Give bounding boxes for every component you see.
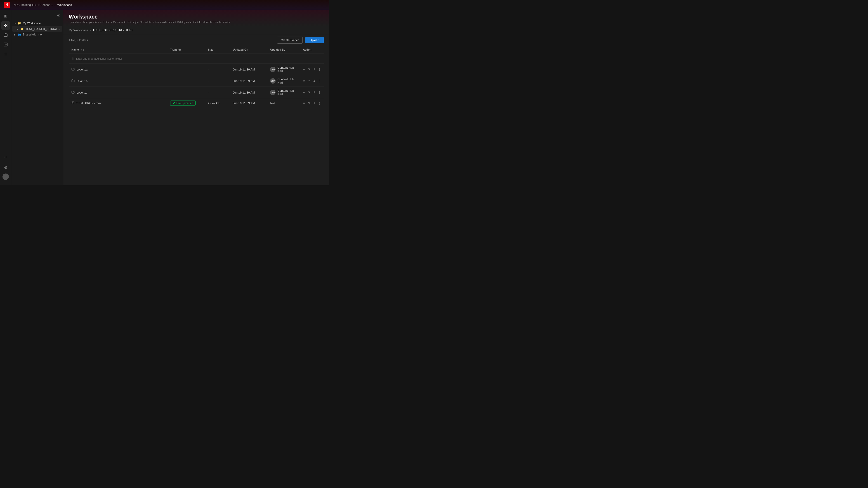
download-icon[interactable]: ⬇: [313, 91, 315, 94]
drag-drop-cell: ⬆ Drag and drop additional files or fold…: [71, 57, 321, 61]
drag-drop-text: Drag and drop additional files or folder: [76, 57, 122, 60]
upload-button[interactable]: Upload: [305, 37, 324, 43]
download-icon[interactable]: ⬇: [313, 79, 315, 83]
more-icon[interactable]: ⋮: [318, 91, 321, 94]
tree-item-label: My Workspace: [23, 22, 41, 25]
svg-rect-4: [4, 34, 7, 37]
col-header-updated-on: Updated On: [230, 46, 268, 54]
rename-icon[interactable]: ✏: [303, 68, 306, 71]
name-cell: TEST_PROXY.mov: [71, 101, 165, 105]
main-layout: ⊞: [0, 10, 329, 185]
action-icons: ✏ ↷ ⬇ ⋮: [303, 68, 321, 71]
sidebar-item-list[interactable]: [1, 50, 10, 58]
svg-point-11: [4, 54, 4, 54]
sidebar-item-grid[interactable]: ⊞: [1, 12, 10, 20]
file-name[interactable]: Level 1a: [76, 68, 88, 71]
user-badge: CHK Content Hub Karl: [270, 89, 297, 96]
table-cell-size: -: [205, 87, 230, 98]
path-current: TEST_FOLDER_STRUCTURE: [93, 29, 133, 32]
svg-marker-6: [5, 44, 6, 45]
svg-rect-1: [6, 24, 7, 25]
share-icon[interactable]: ↷: [308, 79, 311, 83]
check-icon: ✔: [173, 101, 175, 105]
files-table: Name ⇅ 1 Transfer Size Updated On Update…: [69, 46, 324, 108]
table-cell-name: Level 1b: [69, 75, 167, 87]
name-cell: Level 1b: [71, 79, 165, 83]
arrow-icon: ▶: [17, 28, 20, 30]
action-icons: ✏ ↷ ⬇ ⋮: [303, 79, 321, 83]
table-cell-transfer: [167, 64, 205, 75]
file-name[interactable]: Level 1c: [76, 91, 87, 94]
table-cell-action: ✏ ↷ ⬇ ⋮: [300, 64, 324, 75]
rename-icon[interactable]: ✏: [303, 79, 306, 83]
drag-drop-row[interactable]: ⬆ Drag and drop additional files or fold…: [69, 54, 324, 64]
table-row: TEST_PROXY.mov ✔ File Uploaded 22.47 GB …: [69, 98, 324, 108]
rename-icon[interactable]: ✏: [303, 91, 306, 94]
sidebar-item-layers[interactable]: [1, 31, 10, 39]
table-cell-updated-on: Jun 19 11:39 AM: [230, 98, 268, 108]
folder-icon: [71, 79, 74, 83]
breadcrumb-separator: /: [55, 3, 56, 6]
sidebar-item-settings[interactable]: ⚙: [1, 163, 10, 172]
share-icon[interactable]: ↷: [308, 91, 311, 94]
top-breadcrumb: NPS Training TEST: Season 1 / Workspace: [13, 3, 72, 6]
tree-collapse-button[interactable]: [56, 13, 61, 19]
shared-icon: 👥: [18, 33, 21, 36]
tree-item-test-folder-structure[interactable]: ▶ 📁 TEST_FOLDER_STRUCTURE: [12, 26, 62, 32]
path-root[interactable]: My Workspace: [69, 29, 88, 32]
table-cell-updated-by: CHK Content Hub Karl: [268, 64, 300, 75]
table-cell-updated-on: Jun 19 11:39 AM: [230, 75, 268, 87]
table-container: Name ⇅ 1 Transfer Size Updated On Update…: [63, 46, 329, 185]
more-icon[interactable]: ⋮: [318, 68, 321, 71]
table-row: Level 1a - Jun 19 11:39 AM CHK Content: [69, 64, 324, 75]
folder-icon: [71, 91, 74, 94]
rename-icon[interactable]: ✏: [303, 101, 306, 105]
table-cell-name: Level 1c: [69, 87, 167, 98]
user-badge: CHK Content Hub Karl: [270, 66, 297, 73]
table-cell-size: -: [205, 75, 230, 87]
user-avatar: CHK: [270, 78, 276, 84]
user-avatar[interactable]: [2, 173, 9, 180]
sidebar-item-media[interactable]: [1, 40, 10, 49]
create-folder-button[interactable]: Create Folder: [277, 37, 303, 43]
col-header-transfer: Transfer: [167, 46, 205, 54]
download-icon[interactable]: ⬇: [313, 68, 315, 71]
sidebar-item-workspace[interactable]: [1, 21, 10, 30]
file-name[interactable]: Level 1b: [76, 79, 88, 83]
tree-item-shared-with-me[interactable]: ▶ 👥 Shared with me: [12, 32, 62, 37]
more-icon[interactable]: ⋮: [318, 79, 321, 83]
toolbar: 1 file, 9 folders Create Folder Upload: [63, 34, 329, 46]
breadcrumb-project[interactable]: NPS Training TEST: Season 1: [13, 3, 53, 6]
svg-rect-3: [6, 26, 7, 27]
icon-bar: ⊞: [0, 10, 11, 185]
download-icon[interactable]: ⬇: [313, 101, 315, 105]
svg-rect-5: [4, 43, 7, 46]
table-cell-updated-on: Jun 19 11:39 AM: [230, 87, 268, 98]
table-cell-updated-on: Jun 19 11:39 AM: [230, 64, 268, 75]
share-icon[interactable]: ↷: [308, 68, 311, 71]
tree-item-my-workspace[interactable]: ▼ 📁 My Workspace: [12, 21, 62, 26]
folder-icon: 📁: [18, 22, 21, 25]
svg-rect-2: [4, 26, 5, 27]
content-area: Workspace Upload and share your files wi…: [63, 10, 329, 185]
action-icons: ✏ ↷ ⬇ ⋮: [303, 91, 321, 94]
name-cell: Level 1a: [71, 68, 165, 71]
sort-indicator[interactable]: ⇅ 1: [81, 48, 84, 51]
more-icon[interactable]: ⋮: [318, 101, 321, 105]
user-avatar: CHK: [270, 67, 276, 72]
user-badge: CHK Content Hub Karl: [270, 77, 297, 84]
transfer-label: File Uploaded: [176, 102, 193, 105]
path-separator: ›: [90, 29, 91, 32]
table-cell-updated-by: N/A: [268, 98, 300, 108]
sidebar-item-collapse[interactable]: [1, 153, 10, 161]
table-cell-transfer: [167, 75, 205, 87]
share-icon[interactable]: ↷: [308, 101, 311, 105]
tree-item-label: Shared with me: [23, 33, 41, 36]
col-header-size: Size: [205, 46, 230, 54]
folder-icon: [71, 68, 74, 71]
table-cell-size: -: [205, 64, 230, 75]
file-name[interactable]: TEST_PROXY.mov: [76, 101, 101, 105]
table-cell-size: 22.47 GB: [205, 98, 230, 108]
folder-icon: 📁: [20, 27, 24, 31]
svg-point-10: [4, 53, 4, 53]
